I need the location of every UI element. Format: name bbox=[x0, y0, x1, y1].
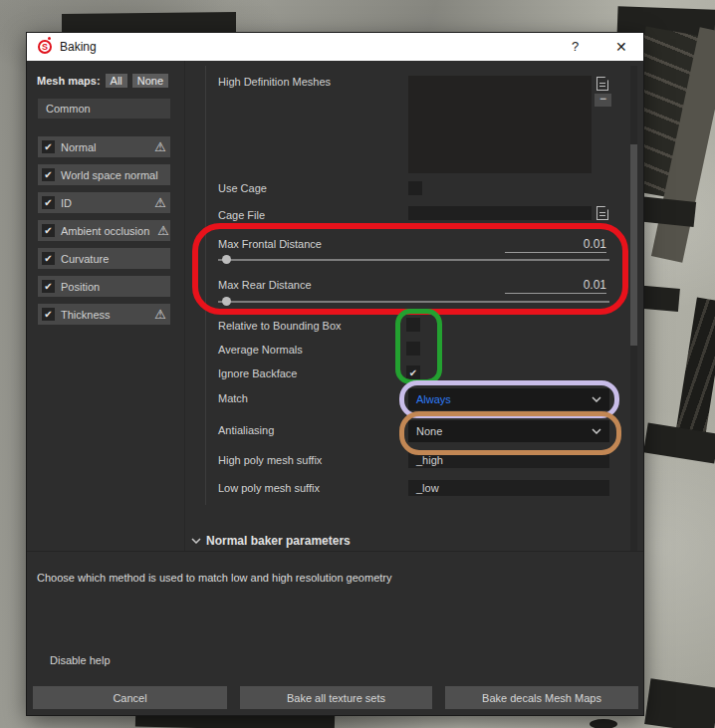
select-all-button[interactable]: All bbox=[106, 74, 127, 88]
content-divider bbox=[27, 551, 643, 552]
sidebar-item-position[interactable]: ✔ Position bbox=[38, 276, 170, 297]
checkbox-checked-icon[interactable]: ✔ bbox=[42, 140, 55, 153]
scrollbar-thumb[interactable] bbox=[630, 144, 637, 346]
cage-file-label: Cage File bbox=[218, 209, 265, 221]
warning-icon: ⚠ bbox=[154, 139, 166, 154]
mesh-maps-label: Mesh maps: bbox=[37, 75, 101, 87]
max-rear-distance-value[interactable]: 0.01 bbox=[505, 278, 606, 292]
checkbox-checked-icon[interactable]: ✔ bbox=[42, 196, 55, 209]
antialiasing-dropdown[interactable]: None bbox=[408, 420, 609, 442]
bg-rock-bottom bbox=[590, 719, 617, 728]
cage-file-input[interactable] bbox=[408, 206, 592, 220]
help-text: Choose which method is used to match low… bbox=[37, 572, 391, 584]
max-frontal-distance-slider[interactable] bbox=[218, 259, 609, 261]
disable-help-link[interactable]: Disable help bbox=[50, 654, 111, 666]
use-cage-label: Use Cage bbox=[218, 182, 267, 194]
bake-decals-mesh-maps-button[interactable]: Bake decals Mesh Maps bbox=[445, 686, 638, 709]
warning-icon: ⚠ bbox=[154, 195, 166, 210]
antialiasing-dropdown-value: None bbox=[416, 425, 442, 437]
sidebar-item-common[interactable]: Common bbox=[38, 99, 170, 119]
mesh-maps-bar: Mesh maps: All None bbox=[37, 74, 168, 88]
high-definition-meshes-label: High Definition Meshes bbox=[218, 76, 331, 88]
checkbox-checked-icon[interactable]: ✔ bbox=[42, 168, 55, 181]
baking-dialog: S Baking ? ✕ Mesh maps: All None Common … bbox=[27, 33, 643, 715]
cancel-button[interactable]: Cancel bbox=[33, 686, 227, 709]
match-dropdown[interactable]: Always bbox=[408, 388, 609, 410]
sidebar-item-id[interactable]: ✔ ID ⚠ bbox=[38, 192, 170, 213]
checkbox-checked-icon[interactable]: ✔ bbox=[42, 308, 55, 321]
warning-icon: ⚠ bbox=[157, 223, 169, 238]
value-underline bbox=[505, 293, 606, 294]
file-browse-icon[interactable] bbox=[596, 77, 608, 91]
max-rear-distance-label: Max Rear Distance bbox=[218, 279, 312, 291]
section-collapse-icon[interactable] bbox=[191, 538, 201, 544]
high-poly-suffix-input[interactable]: _high bbox=[408, 452, 609, 468]
bake-all-texture-sets-button[interactable]: Bake all texture sets bbox=[240, 686, 432, 709]
slider-handle[interactable] bbox=[222, 297, 231, 306]
relative-to-bounding-box-checkbox[interactable] bbox=[406, 318, 420, 332]
low-poly-suffix-input[interactable]: _low bbox=[408, 480, 609, 496]
antialiasing-label: Antialiasing bbox=[218, 424, 274, 436]
value-underline bbox=[505, 252, 606, 253]
relative-to-bounding-box-label: Relative to Bounding Box bbox=[218, 320, 342, 332]
file-browse-icon[interactable] bbox=[596, 206, 608, 220]
normal-baker-parameters-header[interactable]: Normal baker parameters bbox=[206, 534, 351, 548]
checkbox-checked-icon[interactable]: ✔ bbox=[42, 224, 55, 237]
low-poly-suffix-label: Low poly mesh suffix bbox=[218, 482, 320, 494]
match-dropdown-value: Always bbox=[416, 393, 451, 405]
titlebar-help-button[interactable]: ? bbox=[572, 39, 579, 54]
max-rear-distance-slider[interactable] bbox=[218, 301, 609, 303]
sidebar-item-normal[interactable]: ✔ Normal ⚠ bbox=[38, 136, 170, 157]
warning-icon: ⚠ bbox=[154, 307, 166, 322]
select-none-button[interactable]: None bbox=[132, 74, 168, 88]
ignore-backface-checkbox[interactable]: ✔ bbox=[406, 365, 420, 379]
ignore-backface-label: Ignore Backface bbox=[218, 367, 298, 379]
high-poly-suffix-label: High poly mesh suffix bbox=[218, 454, 322, 466]
checkbox-checked-icon[interactable]: ✔ bbox=[42, 280, 55, 293]
remove-mesh-button[interactable]: − bbox=[595, 94, 611, 107]
max-frontal-distance-label: Max Frontal Distance bbox=[218, 238, 322, 250]
match-label: Match bbox=[218, 392, 248, 404]
chevron-down-icon bbox=[592, 428, 601, 434]
titlebar-close-button[interactable]: ✕ bbox=[615, 39, 627, 55]
max-frontal-distance-value[interactable]: 0.01 bbox=[505, 237, 606, 251]
sidebar-item-world-space-normal[interactable]: ✔ World space normal bbox=[38, 164, 170, 185]
average-normals-checkbox[interactable] bbox=[406, 342, 420, 356]
dialog-titlebar[interactable]: S Baking ? ✕ bbox=[27, 33, 643, 61]
sidebar-item-ambient-occlusion[interactable]: ✔ Ambient occlusion ⚠ bbox=[38, 220, 170, 241]
use-cage-checkbox[interactable] bbox=[408, 181, 422, 195]
average-normals-label: Average Normals bbox=[218, 344, 303, 356]
high-definition-meshes-list[interactable] bbox=[408, 76, 592, 173]
sidebar-item-curvature[interactable]: ✔ Curvature bbox=[38, 248, 170, 269]
checkbox-checked-icon[interactable]: ✔ bbox=[42, 252, 55, 265]
dialog-title: Baking bbox=[60, 40, 97, 54]
section-indent-line bbox=[205, 66, 206, 505]
substance-painter-viewport: S Baking ? ✕ Mesh maps: All None Common … bbox=[0, 0, 715, 728]
panel-separator bbox=[184, 61, 185, 551]
scrollbar[interactable] bbox=[630, 66, 637, 551]
chevron-down-icon bbox=[592, 396, 601, 402]
slider-handle[interactable] bbox=[222, 255, 231, 264]
sidebar-item-thickness[interactable]: ✔ Thickness ⚠ bbox=[38, 304, 170, 325]
substance-logo-icon: S bbox=[38, 40, 52, 54]
bg-window-bottom-right bbox=[644, 678, 715, 728]
